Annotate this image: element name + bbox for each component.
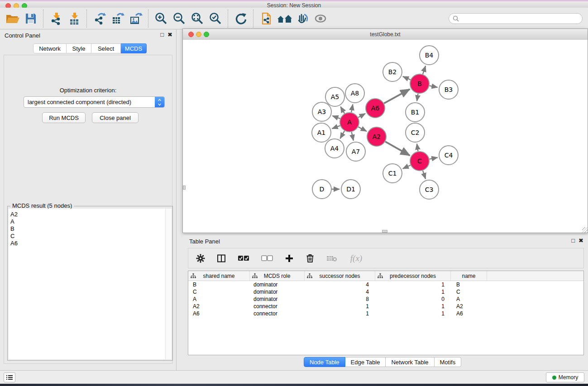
edge-A-A6[interactable] (358, 114, 365, 118)
gear-button[interactable] (196, 253, 206, 263)
gesture-button[interactable] (293, 10, 311, 28)
node-C[interactable]: C (410, 152, 429, 171)
import-table-button[interactable] (65, 10, 83, 28)
edge-A-A4[interactable] (340, 131, 344, 138)
tab-network[interactable]: Network (33, 43, 67, 53)
edge-A-A2[interactable] (358, 127, 367, 131)
node-C4[interactable]: C4 (439, 146, 458, 165)
network-document-button[interactable] (257, 10, 275, 28)
list-item[interactable]: C (9, 233, 172, 240)
edge-C-C4[interactable] (430, 157, 438, 159)
list-item[interactable]: A2 (9, 211, 172, 218)
unchecked-boxes-button[interactable] (261, 253, 273, 263)
node-D[interactable]: D (312, 180, 331, 199)
list-item[interactable]: A6 (9, 240, 172, 247)
column-header-mcds-role[interactable]: MCDS role (250, 271, 305, 281)
mcds-result-list[interactable]: A2 A B C A6 (9, 209, 172, 359)
node-C2[interactable]: C2 (406, 123, 425, 142)
tab-style[interactable]: Style (67, 43, 91, 53)
zoom-fit-button[interactable] (188, 10, 206, 28)
node-D1[interactable]: D1 (341, 180, 360, 199)
close-panel-icon[interactable]: ✖ (167, 32, 172, 38)
edge-A-A3[interactable] (332, 116, 340, 119)
split-columns-button[interactable] (216, 253, 226, 263)
frame-grip-bottom[interactable] (382, 230, 387, 233)
delete-table-button[interactable] (326, 253, 338, 263)
memory-button[interactable]: Memory (546, 372, 584, 382)
scrollbar-track[interactable] (165, 209, 172, 359)
zoom-out-button[interactable] (170, 10, 188, 28)
node-B1[interactable]: B1 (406, 103, 425, 122)
zoom-selected-button[interactable] (206, 10, 225, 28)
tab-motifs[interactable]: Motifs (435, 357, 462, 367)
run-mcds-button[interactable]: Run MCDS (42, 112, 86, 123)
open-file-button[interactable] (4, 10, 22, 28)
node-A4[interactable]: A4 (325, 139, 344, 158)
function-builder-button[interactable]: f(x) (349, 253, 364, 263)
zoom-in-button[interactable] (152, 10, 170, 28)
export-table-button[interactable] (109, 10, 127, 28)
node-A5[interactable]: A5 (325, 87, 344, 106)
tab-mcds[interactable]: MCDS (121, 43, 147, 53)
node-B4[interactable]: B4 (420, 46, 439, 65)
float-panel-icon[interactable]: □ (160, 32, 164, 38)
node-A7[interactable]: A7 (346, 142, 365, 161)
edge-A6-B[interactable] (384, 89, 410, 103)
save-session-button[interactable] (22, 10, 40, 28)
export-network-button[interactable] (91, 10, 109, 28)
edge-C-C3[interactable] (423, 171, 425, 179)
search-field[interactable] (449, 13, 583, 24)
edge-A-A1[interactable] (332, 126, 340, 129)
task-history-button[interactable] (4, 372, 15, 382)
add-column-button[interactable] (284, 253, 294, 263)
node-C1[interactable]: C1 (383, 164, 402, 183)
edge-A2-C[interactable] (385, 142, 410, 156)
resize-grip[interactable] (582, 227, 588, 233)
table-row[interactable]: A dominator 8 0 A (188, 295, 583, 303)
float-panel-icon[interactable]: □ (571, 238, 575, 243)
list-item[interactable]: A (9, 218, 172, 225)
eye-button[interactable] (311, 10, 330, 28)
edge-A-A5[interactable] (340, 107, 344, 114)
edge-A-A7[interactable] (352, 132, 354, 141)
edge-B-B2[interactable] (403, 76, 411, 80)
column-header-predecessor-nodes[interactable]: predecessor nodes (375, 271, 451, 281)
tab-network-table[interactable]: Network Table (386, 357, 434, 367)
node-A3[interactable]: A3 (312, 102, 331, 121)
edge-B-B1[interactable] (417, 94, 418, 101)
node-B[interactable]: B (410, 74, 429, 93)
table-row[interactable]: A6 connector 1 1 A6 (188, 310, 583, 317)
column-header-shared-name[interactable]: shared name (188, 271, 250, 281)
table-row[interactable]: B dominator 4 1 B (188, 281, 583, 288)
node-A2[interactable]: A2 (367, 127, 386, 146)
checked-boxes-button[interactable] (237, 253, 250, 263)
edge-B-B3[interactable] (430, 86, 438, 87)
close-panel-icon[interactable]: ✖ (578, 238, 583, 243)
node-A1[interactable]: A1 (312, 123, 331, 142)
edge-C-C1[interactable] (403, 165, 411, 169)
close-panel-button[interactable]: Close panel (92, 112, 139, 123)
import-network-button[interactable] (47, 10, 65, 28)
list-item[interactable]: B (9, 225, 172, 233)
criterion-select[interactable]: largest connected component (directed) (24, 96, 165, 108)
node-C3[interactable]: C3 (420, 180, 439, 199)
node-A[interactable]: A (340, 113, 359, 132)
network-canvas[interactable]: AA1A2A3A4A5A6A7A8BB1B2B3B4CC1C2C3C4DD1 (183, 40, 588, 233)
refresh-button[interactable] (232, 10, 250, 28)
table-row[interactable]: A2 connector 1 1 A2 (188, 303, 583, 310)
edge-B-B4[interactable] (423, 66, 425, 74)
table-row[interactable]: C dominator 4 1 C (188, 288, 583, 295)
node-A8[interactable]: A8 (345, 84, 364, 103)
tab-select[interactable]: Select (91, 43, 121, 53)
tab-node-table[interactable]: Node Table (304, 357, 345, 367)
search-input[interactable] (459, 15, 578, 22)
trash-button[interactable] (305, 253, 315, 263)
node-A6[interactable]: A6 (366, 99, 385, 118)
edge-C-C2[interactable] (417, 144, 418, 152)
frame-grip-left[interactable] (183, 186, 186, 190)
edge-A-A8[interactable] (351, 105, 353, 113)
home-button[interactable] (275, 10, 293, 28)
column-header-successor-nodes[interactable]: successor nodes (305, 271, 375, 281)
node-B3[interactable]: B3 (439, 80, 458, 99)
tab-edge-table[interactable]: Edge Table (345, 357, 386, 367)
